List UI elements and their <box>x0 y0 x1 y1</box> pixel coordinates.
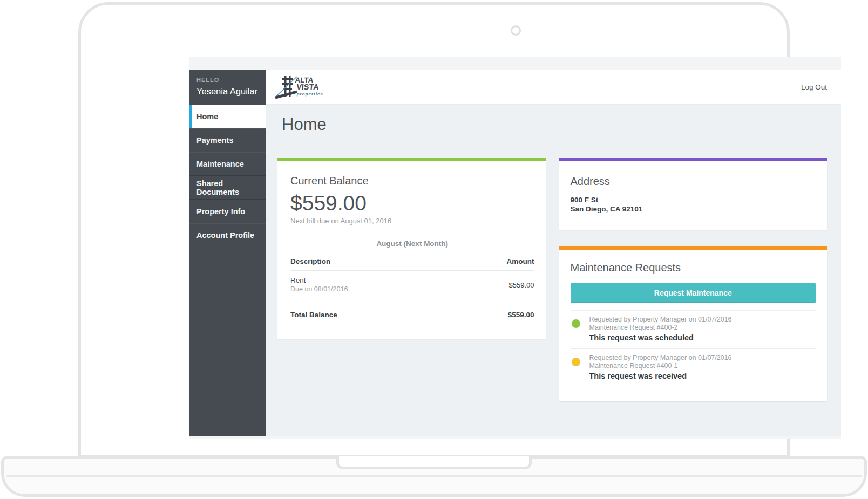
company-logo: ALTA VISTA properties <box>275 70 325 104</box>
request-id: Maintenance Request #400-1 <box>589 362 732 370</box>
user-greeting-block: HELLO Yesenia Aguilar <box>189 70 266 105</box>
sidebar-item-shared-documents[interactable]: Shared Documents <box>189 176 266 200</box>
log-out-link[interactable]: Log Out <box>801 83 827 91</box>
status-dot-scheduled <box>572 319 580 328</box>
address-line-2: San Diego, CA 92101 <box>571 204 816 214</box>
sidebar-item-account-profile[interactable]: Account Profile <box>189 223 266 247</box>
request-requested-by: Requested by Property Manager on 01/07/2… <box>589 354 732 362</box>
sidebar-nav: Home Payments Maintenance Shared Documen… <box>189 105 266 436</box>
right-column: Address 900 F St San Diego, CA 92101 Mai… <box>559 158 828 401</box>
cards-row: Current Balance $559.00 Next bill due on… <box>277 158 827 401</box>
request-status-text: This request was received <box>589 372 732 381</box>
balance-amount: $559.00 <box>290 192 534 215</box>
charge-due-date: Due on 08/01/2016 <box>290 285 455 293</box>
sidebar-item-maintenance[interactable]: Maintenance <box>189 152 266 176</box>
maintenance-card-accent <box>559 246 828 250</box>
request-requested-by: Requested by Property Manager on 01/07/2… <box>589 316 732 324</box>
maintenance-request-item[interactable]: Requested by Property Manager on 01/07/2… <box>571 349 816 387</box>
sidebar-item-property-info[interactable]: Property Info <box>189 200 266 223</box>
balance-card-title: Current Balance <box>290 175 534 187</box>
page-title: Home <box>282 114 827 135</box>
maintenance-request-list: Requested by Property Manager on 01/07/2… <box>571 310 816 387</box>
left-column: Current Balance $559.00 Next bill due on… <box>277 158 546 401</box>
app-body: Home Payments Maintenance Shared Documen… <box>189 105 841 436</box>
current-balance-card: Current Balance $559.00 Next bill due on… <box>277 161 546 339</box>
charge-description: Rent <box>290 276 455 284</box>
column-header-amount: Amount <box>455 257 534 271</box>
charges-table: Description Amount Rent Due on 08/01/201… <box>290 257 534 325</box>
charge-amount: $559.00 <box>509 281 534 289</box>
maintenance-card-title: Maintenance Requests <box>571 262 816 274</box>
svg-text:VISTA: VISTA <box>296 83 320 91</box>
column-header-description: Description <box>290 257 455 271</box>
table-total-row: Total Balance $559.00 <box>290 299 534 325</box>
top-header: ALTA VISTA properties Log Out <box>266 70 841 105</box>
request-id: Maintenance Request #400-2 <box>589 324 732 332</box>
balance-card-accent <box>277 158 546 161</box>
tenant-portal-page: HELLO Yesenia Aguilar <box>189 57 841 439</box>
app-header: HELLO Yesenia Aguilar <box>189 70 841 105</box>
next-bill-note: Next bill due on August 01, 2016 <box>290 217 534 225</box>
sidebar-item-home[interactable]: Home <box>189 105 266 128</box>
table-row: Rent Due on 08/01/2016 $559.00 <box>290 271 534 299</box>
total-balance-label: Total Balance <box>290 299 455 325</box>
user-name: Yesenia Aguilar <box>196 86 266 97</box>
address-card: Address 900 F St San Diego, CA 92101 <box>559 161 828 230</box>
status-dot-received <box>572 358 580 366</box>
period-label: August (Next Month) <box>290 240 534 248</box>
address-card-accent <box>559 158 828 161</box>
maintenance-request-item[interactable]: Requested by Property Manager on 01/07/2… <box>571 311 816 349</box>
bridge-icon: ALTA VISTA properties <box>275 72 325 101</box>
address-line-1: 900 F St <box>571 195 816 204</box>
address-card-title: Address <box>571 175 816 187</box>
laptop-screen-frame: HELLO Yesenia Aguilar <box>78 2 790 457</box>
laptop-notch <box>336 456 532 469</box>
svg-text:properties: properties <box>296 92 323 97</box>
request-status-text: This request was scheduled <box>589 333 732 343</box>
laptop-base-divider <box>6 475 862 477</box>
sidebar-item-payments[interactable]: Payments <box>189 128 266 152</box>
main-content: Home Current Balance $559.00 Next bill d… <box>266 105 841 436</box>
laptop-camera <box>511 25 521 36</box>
maintenance-requests-card: Maintenance Requests Request Maintenance… <box>559 250 828 401</box>
laptop-base <box>1 456 867 497</box>
request-maintenance-button[interactable]: Request Maintenance <box>571 283 816 303</box>
greeting-label: HELLO <box>196 77 266 83</box>
total-balance-amount: $559.00 <box>455 299 534 325</box>
